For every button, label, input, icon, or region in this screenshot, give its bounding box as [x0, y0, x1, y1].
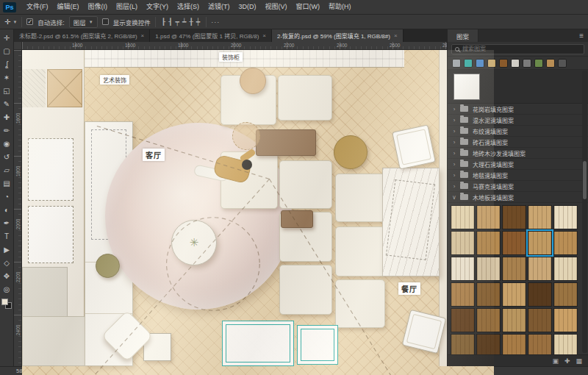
hand-tool-icon[interactable]: ✥ [0, 269, 14, 282]
align-icon[interactable]: ┯ [174, 18, 181, 26]
menu-item[interactable]: 帮助(H) [324, 0, 356, 14]
menu-item[interactable]: 图像(I) [84, 0, 112, 14]
document-tab[interactable]: 1.psd @ 47% (图层蒙版 1 拷贝, RGB/8)× [150, 29, 272, 42]
search-input[interactable] [462, 46, 581, 52]
scrollbar-thumb[interactable] [583, 161, 587, 199]
eyedropper-tool-icon[interactable]: ✎ [0, 97, 14, 110]
magic-wand-tool-icon[interactable]: ✶ [0, 71, 14, 84]
history-brush-tool-icon[interactable]: ↺ [0, 150, 14, 163]
pattern-swatch[interactable] [528, 334, 552, 354]
pattern-swatch[interactable] [476, 282, 501, 307]
pattern-library-icon[interactable] [546, 59, 555, 68]
gradient-tool-icon[interactable]: ▤ [0, 176, 14, 190]
move-tool-icon[interactable]: ✛ [0, 31, 14, 44]
shape-tool-icon[interactable]: ◇ [0, 256, 14, 269]
pattern-folder-item[interactable]: ›砖石速填图案 [448, 137, 588, 148]
pattern-swatch[interactable] [502, 205, 526, 229]
pattern-swatch[interactable] [451, 334, 475, 354]
brush-tool-icon[interactable]: ✏ [0, 124, 14, 137]
pattern-swatch[interactable] [476, 205, 501, 229]
pattern-library-icon[interactable] [487, 59, 496, 68]
new-group-icon[interactable]: ▣ [552, 357, 559, 365]
close-icon[interactable]: × [262, 32, 266, 39]
pattern-folder-item[interactable]: ›马赛克速填图案 [448, 181, 588, 192]
pattern-folder-item[interactable]: ›大理石速填图案 [448, 159, 588, 170]
pattern-folder-item[interactable]: ›布纹速填图案 [448, 126, 588, 137]
pattern-library-icon[interactable] [499, 59, 508, 68]
pattern-swatch[interactable] [528, 257, 552, 281]
pattern-swatch[interactable] [528, 308, 552, 332]
menu-item[interactable]: 视图(V) [261, 0, 292, 14]
align-icon[interactable]: ┨ [167, 18, 173, 26]
pattern-swatch[interactable] [476, 231, 501, 255]
menu-item[interactable]: 图层(L) [112, 0, 142, 14]
pattern-swatch[interactable] [502, 257, 526, 281]
pattern-swatch[interactable] [476, 308, 501, 332]
blur-tool-icon[interactable]: ◔ [0, 190, 14, 203]
align-icon[interactable]: ┿ [195, 18, 201, 26]
pattern-swatch[interactable] [528, 205, 552, 229]
pattern-library-icon[interactable] [476, 59, 484, 68]
current-pattern-swatch[interactable] [453, 74, 480, 100]
pattern-folder-item[interactable]: ›花岗岩填充图案 [448, 104, 588, 115]
align-icon[interactable]: ┠ [160, 18, 167, 26]
pattern-swatch[interactable] [528, 231, 552, 255]
color-picker-widget[interactable] [1, 299, 12, 309]
delete-icon[interactable]: ▦ [576, 357, 582, 365]
document-tab[interactable]: 2-恢复的.psd @ 59% (图案填充 1, RGB/8#)× [272, 29, 404, 42]
pen-tool-icon[interactable]: ✒ [0, 216, 14, 229]
pattern-library-icon[interactable] [464, 59, 473, 68]
pattern-swatch[interactable] [451, 231, 475, 255]
pattern-swatch[interactable] [553, 334, 578, 354]
pattern-library-icon[interactable] [452, 59, 461, 68]
marquee-tool-icon[interactable]: ▢ [0, 44, 14, 57]
auto-select-checkbox[interactable]: ✓ [26, 18, 33, 25]
zoom-tool-icon[interactable]: ◎ [0, 282, 14, 296]
pattern-swatch[interactable] [553, 205, 578, 229]
path-select-tool-icon[interactable]: ▶ [0, 243, 14, 256]
tab-patterns[interactable]: 图案 [448, 29, 478, 42]
pattern-swatch[interactable] [451, 257, 475, 281]
menu-item[interactable]: 编辑(E) [53, 0, 84, 14]
eraser-tool-icon[interactable]: ▱ [0, 163, 14, 176]
pattern-swatch[interactable] [502, 231, 526, 255]
dodge-tool-icon[interactable]: ◐ [0, 203, 14, 216]
pattern-swatch[interactable] [553, 282, 578, 307]
menu-item[interactable]: 文件(F) [22, 0, 53, 14]
menu-item[interactable]: 选择(S) [173, 0, 204, 14]
pattern-folder-item[interactable]: ›地砖木沙发速填图案 [448, 148, 588, 159]
pattern-swatch[interactable] [553, 308, 578, 332]
foreground-color-swatch[interactable] [1, 299, 8, 305]
search-box[interactable] [451, 44, 584, 54]
align-icon[interactable]: ┷ [181, 18, 187, 26]
pattern-swatch[interactable] [476, 334, 501, 354]
lasso-tool-icon[interactable]: ʆ [0, 57, 14, 71]
pattern-folder-item[interactable]: ›混水泥速填图案 [448, 115, 588, 126]
move-tool-preset[interactable]: ✛ ▼ [4, 18, 17, 26]
align-icon[interactable]: ╂ [187, 18, 194, 26]
pattern-swatch[interactable] [553, 231, 578, 255]
pattern-swatch[interactable] [502, 334, 526, 354]
close-icon[interactable]: × [141, 32, 145, 39]
pattern-swatch[interactable] [528, 282, 552, 307]
pattern-folder-item[interactable]: ›地毯速填图案 [448, 170, 588, 181]
menu-item[interactable]: 文字(Y) [142, 0, 173, 14]
more-options-icon[interactable]: ··· [211, 18, 220, 26]
healing-brush-tool-icon[interactable]: ✚ [0, 110, 14, 124]
pattern-swatch[interactable] [502, 308, 526, 332]
type-tool-icon[interactable]: T [0, 229, 14, 243]
pattern-swatch[interactable] [451, 205, 475, 229]
menu-item[interactable]: 3D(D) [234, 0, 261, 14]
pattern-swatch[interactable] [451, 308, 475, 332]
canvas[interactable]: ✳ [22, 50, 494, 375]
pattern-swatch[interactable] [476, 257, 501, 281]
pattern-swatch[interactable] [553, 257, 578, 281]
pattern-swatch[interactable] [502, 282, 526, 307]
pattern-library-icon[interactable] [534, 59, 543, 68]
clone-stamp-tool-icon[interactable]: ◉ [0, 137, 14, 150]
auto-select-dropdown[interactable]: 图层 ▼ [69, 16, 98, 28]
document-tab[interactable]: 未标题-2.psd @ 61.5% (图案填充 2, RGB/8#)× [14, 29, 150, 42]
pattern-library-icon[interactable] [511, 59, 520, 68]
menu-item[interactable]: 滤镜(T) [204, 0, 234, 14]
close-icon[interactable]: × [394, 32, 398, 39]
